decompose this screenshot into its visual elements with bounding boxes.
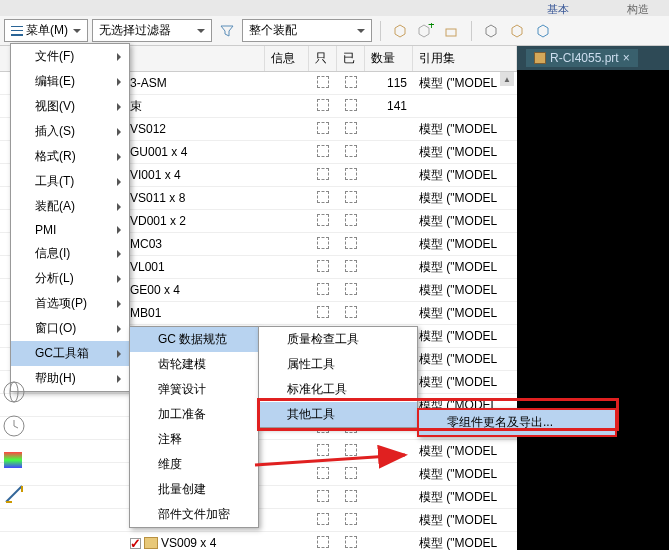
select-box-icon[interactable] — [317, 237, 329, 249]
clock-icon[interactable] — [2, 414, 26, 438]
menu-item[interactable]: 编辑(E) — [11, 69, 129, 94]
submenu-item[interactable]: 注释 — [130, 427, 258, 452]
select-box-icon[interactable] — [317, 168, 329, 180]
svg-point-2 — [4, 382, 24, 402]
menu-item[interactable]: 装配(A) — [11, 194, 129, 219]
menu-button-label: 菜单(M) — [26, 22, 68, 39]
select-box-icon[interactable] — [345, 260, 357, 272]
measure-icon[interactable] — [2, 482, 26, 506]
select-box-icon[interactable] — [317, 214, 329, 226]
menu-item[interactable]: 文件(F) — [11, 44, 129, 69]
menu-item[interactable]: 分析(L) — [11, 266, 129, 291]
select-box-icon[interactable] — [317, 306, 329, 318]
select-box-icon[interactable] — [317, 444, 329, 456]
submenu-item[interactable]: 加工准备 — [130, 402, 258, 427]
select-box-icon[interactable] — [317, 99, 329, 111]
checkbox-icon[interactable] — [130, 538, 141, 549]
menu-item[interactable]: PMI — [11, 219, 129, 241]
filter-combo[interactable]: 无选择过滤器 — [92, 19, 212, 42]
menu-button[interactable]: 菜单(M) — [4, 19, 88, 42]
menu-item[interactable]: GC工具箱 — [11, 341, 129, 366]
select-box-icon[interactable] — [345, 99, 357, 111]
row-ref: 模型 ("MODEL — [413, 328, 517, 345]
svg-rect-1 — [446, 29, 456, 36]
select-box-icon[interactable] — [317, 536, 329, 548]
funnel-icon[interactable] — [216, 20, 238, 42]
select-box-icon[interactable] — [317, 76, 329, 88]
table-row[interactable]: VS009 x 4模型 ("MODEL — [0, 532, 517, 550]
filter-value: 无选择过滤器 — [99, 22, 171, 39]
menu-item[interactable]: 工具(T) — [11, 169, 129, 194]
row-ref: 模型 ("MODEL — [413, 374, 517, 391]
menu-item[interactable]: 信息(I) — [11, 241, 129, 266]
select-box-icon[interactable] — [345, 444, 357, 456]
select-box-icon[interactable] — [345, 306, 357, 318]
cube-add-icon[interactable]: + — [415, 20, 437, 42]
submenu-item[interactable]: GC 数据规范 — [130, 327, 258, 352]
menu-item[interactable]: 首选项(P) — [11, 291, 129, 316]
cube-plus-icon[interactable] — [506, 20, 528, 42]
close-icon[interactable]: × — [623, 51, 630, 65]
cube-icon[interactable] — [389, 20, 411, 42]
globe-icon[interactable] — [2, 380, 26, 404]
cube-blue-icon[interactable] — [532, 20, 554, 42]
submenu-gc-data[interactable]: 质量检查工具属性工具标准化工具其他工具 — [258, 326, 418, 428]
cube-tag-icon[interactable] — [480, 20, 502, 42]
submenu-item[interactable]: 零组件更名及导出... — [419, 410, 615, 435]
col-qty[interactable]: 数量 — [365, 46, 413, 71]
col-info[interactable]: 信息 — [265, 46, 309, 71]
scroll-up-button[interactable] — [500, 72, 514, 86]
row-ref: 模型 ("MODEL — [413, 121, 517, 138]
select-box-icon[interactable] — [345, 283, 357, 295]
submenu-item[interactable]: 质量检查工具 — [259, 327, 417, 352]
select-box-icon[interactable] — [345, 490, 357, 502]
submenu-item[interactable]: 标准化工具 — [259, 377, 417, 402]
cube-set-icon[interactable] — [441, 20, 463, 42]
col-ro[interactable]: 只 — [309, 46, 337, 71]
select-box-icon[interactable] — [317, 490, 329, 502]
menu-item[interactable]: 插入(S) — [11, 119, 129, 144]
col-ref[interactable]: 引用集 — [413, 46, 517, 71]
submenu-item[interactable]: 属性工具 — [259, 352, 417, 377]
select-box-icon[interactable] — [345, 145, 357, 157]
menu-item[interactable]: 视图(V) — [11, 94, 129, 119]
select-box-icon[interactable] — [345, 76, 357, 88]
select-box-icon[interactable] — [345, 191, 357, 203]
main-menu[interactable]: 文件(F)编辑(E)视图(V)插入(S)格式(R)工具(T)装配(A)PMI信息… — [10, 43, 130, 392]
select-box-icon[interactable] — [317, 145, 329, 157]
row-name: 3-ASM — [130, 76, 167, 90]
select-box-icon[interactable] — [345, 467, 357, 479]
submenu-arrow-icon — [117, 350, 121, 358]
select-box-icon[interactable] — [317, 122, 329, 134]
select-box-icon[interactable] — [345, 122, 357, 134]
select-box-icon[interactable] — [345, 237, 357, 249]
submenu-item[interactable]: 弹簧设计 — [130, 377, 258, 402]
select-box-icon[interactable] — [317, 283, 329, 295]
select-box-icon[interactable] — [345, 214, 357, 226]
select-box-icon[interactable] — [345, 168, 357, 180]
chevron-down-icon — [197, 29, 205, 33]
col-done[interactable]: 已 — [337, 46, 365, 71]
menu-item[interactable]: 窗口(O) — [11, 316, 129, 341]
select-box-icon[interactable] — [345, 536, 357, 548]
select-box-icon[interactable] — [345, 513, 357, 525]
row-qty: 141 — [365, 99, 413, 113]
viewport[interactable] — [517, 70, 669, 550]
submenu-item[interactable]: 齿轮建模 — [130, 352, 258, 377]
menu-item[interactable]: 格式(R) — [11, 144, 129, 169]
submenu-item[interactable]: 批量创建 — [130, 477, 258, 502]
submenu-arrow-icon — [117, 203, 121, 211]
submenu-gc-toolbox[interactable]: GC 数据规范齿轮建模弹簧设计加工准备注释维度批量创建部件文件加密 — [129, 326, 259, 528]
submenu-other-tools[interactable]: 零组件更名及导出... — [417, 408, 617, 437]
select-box-icon[interactable] — [317, 260, 329, 272]
row-ref: 模型 ("MODEL — [413, 190, 517, 207]
scope-combo[interactable]: 整个装配 — [242, 19, 372, 42]
select-box-icon[interactable] — [317, 467, 329, 479]
select-box-icon[interactable] — [317, 513, 329, 525]
submenu-item[interactable]: 部件文件加密 — [130, 502, 258, 527]
document-tab[interactable]: R-CI4055.prt × — [525, 48, 639, 68]
submenu-item[interactable]: 其他工具 — [259, 402, 417, 427]
submenu-item[interactable]: 维度 — [130, 452, 258, 477]
color-icon[interactable] — [2, 448, 26, 472]
select-box-icon[interactable] — [317, 191, 329, 203]
